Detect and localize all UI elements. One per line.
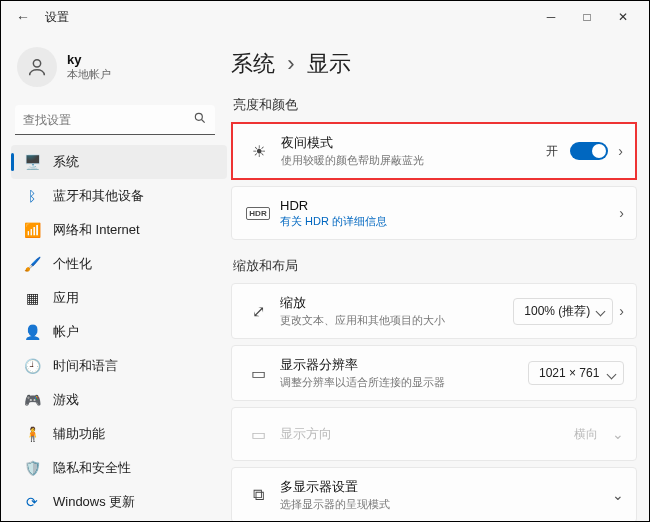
profile-sub: 本地帐户 (67, 67, 111, 82)
card-title: 缩放 (280, 294, 513, 312)
profile-block[interactable]: ky 本地帐户 (11, 39, 227, 101)
window-title: 设置 (45, 9, 69, 26)
wifi-icon: 📶 (21, 222, 43, 238)
bluetooth-icon: ᛒ (21, 188, 43, 204)
card-sub: 调整分辨率以适合所连接的显示器 (280, 375, 528, 390)
card-multimonitor[interactable]: ⧉ 多显示器设置 选择显示器的呈现模式 ⌄ (231, 467, 637, 521)
card-nightlight[interactable]: ☀ 夜间模式 使用较暖的颜色帮助屏蔽蓝光 开 › (231, 122, 637, 180)
card-zoom[interactable]: ⤢ 缩放 更改文本、应用和其他项目的大小 100% (推荐) › (231, 283, 637, 339)
card-sub: 使用较暖的颜色帮助屏蔽蓝光 (281, 153, 546, 168)
accessibility-icon: 🧍 (21, 426, 43, 442)
nav-accounts[interactable]: 👤帐户 (11, 315, 227, 349)
avatar (17, 47, 57, 87)
orientation-value: 横向 (574, 426, 598, 443)
maximize-button[interactable]: □ (569, 10, 605, 24)
card-hdr[interactable]: HDR HDR 有关 HDR 的详细信息 › (231, 186, 637, 240)
nav-label: 个性化 (53, 255, 92, 273)
close-button[interactable]: ✕ (605, 10, 641, 24)
nav-label: 辅助功能 (53, 425, 105, 443)
nav-label: Windows 更新 (53, 493, 135, 511)
chevron-right-icon[interactable]: › (619, 303, 624, 319)
search-box[interactable] (15, 105, 215, 135)
account-icon: 👤 (21, 324, 43, 340)
back-button[interactable]: ← (9, 9, 37, 25)
chevron-down-icon[interactable]: ⌄ (612, 487, 624, 503)
minimize-button[interactable]: ─ (533, 10, 569, 24)
resolution-icon: ▭ (244, 364, 272, 383)
card-orientation: ▭ 显示方向 横向 ⌄ (231, 407, 637, 461)
clock-icon: 🕘 (21, 358, 43, 374)
update-icon: ⟳ (21, 494, 43, 510)
svg-point-0 (33, 60, 40, 67)
card-resolution[interactable]: ▭ 显示器分辨率 调整分辨率以适合所连接的显示器 1021 × 761 (231, 345, 637, 401)
chevron-right-icon[interactable]: › (619, 205, 624, 221)
nav-label: 隐私和安全性 (53, 459, 131, 477)
breadcrumb: 系统 › 显示 (231, 43, 637, 91)
resolution-dropdown[interactable]: 1021 × 761 (528, 361, 624, 385)
chevron-right-icon: › (287, 51, 294, 76)
card-title: 显示方向 (280, 425, 574, 443)
nav-label: 游戏 (53, 391, 79, 409)
system-icon: 🖥️ (21, 154, 43, 170)
nightlight-icon: ☀ (245, 142, 273, 161)
nav-bluetooth[interactable]: ᛒ蓝牙和其他设备 (11, 179, 227, 213)
gamepad-icon: 🎮 (21, 392, 43, 408)
nav-accessibility[interactable]: 🧍辅助功能 (11, 417, 227, 451)
nav-system[interactable]: 🖥️系统 (11, 145, 227, 179)
toggle-label: 开 (546, 143, 558, 160)
nav-label: 应用 (53, 289, 79, 307)
nav-label: 网络和 Internet (53, 221, 140, 239)
nav-apps[interactable]: ▦应用 (11, 281, 227, 315)
search-icon (193, 111, 207, 129)
card-title: 夜间模式 (281, 134, 546, 152)
nightlight-toggle[interactable] (570, 142, 608, 160)
brush-icon: 🖌️ (21, 256, 43, 272)
hdr-link[interactable]: 有关 HDR 的详细信息 (280, 214, 613, 229)
nav-time-language[interactable]: 🕘时间和语言 (11, 349, 227, 383)
nav-update[interactable]: ⟳Windows 更新 (11, 485, 227, 519)
section-brightness: 亮度和颜色 (233, 97, 637, 114)
zoom-dropdown[interactable]: 100% (推荐) (513, 298, 613, 325)
nav-label: 帐户 (53, 323, 79, 341)
nav-label: 蓝牙和其他设备 (53, 187, 144, 205)
card-title: 显示器分辨率 (280, 356, 528, 374)
chevron-down-icon: ⌄ (612, 426, 624, 442)
svg-point-1 (195, 113, 202, 120)
profile-name: ky (67, 52, 111, 67)
shield-icon: 🛡️ (21, 460, 43, 476)
multimonitor-icon: ⧉ (244, 486, 272, 504)
section-scale: 缩放和布局 (233, 258, 637, 275)
card-title: 多显示器设置 (280, 478, 606, 496)
breadcrumb-parent[interactable]: 系统 (231, 51, 275, 76)
orientation-icon: ▭ (244, 425, 272, 444)
search-input[interactable] (15, 105, 215, 135)
breadcrumb-current: 显示 (307, 51, 351, 76)
zoom-icon: ⤢ (244, 302, 272, 321)
chevron-right-icon[interactable]: › (618, 143, 623, 159)
nav-gaming[interactable]: 🎮游戏 (11, 383, 227, 417)
svg-line-2 (202, 120, 205, 123)
person-icon (26, 56, 48, 78)
card-title: HDR (280, 198, 613, 213)
hdr-icon: HDR (244, 207, 272, 220)
apps-icon: ▦ (21, 290, 43, 306)
card-sub: 选择显示器的呈现模式 (280, 497, 606, 512)
nav-label: 系统 (53, 153, 79, 171)
nav-personalization[interactable]: 🖌️个性化 (11, 247, 227, 281)
nav-network[interactable]: 📶网络和 Internet (11, 213, 227, 247)
card-sub: 更改文本、应用和其他项目的大小 (280, 313, 513, 328)
nav-privacy[interactable]: 🛡️隐私和安全性 (11, 451, 227, 485)
nav-label: 时间和语言 (53, 357, 118, 375)
